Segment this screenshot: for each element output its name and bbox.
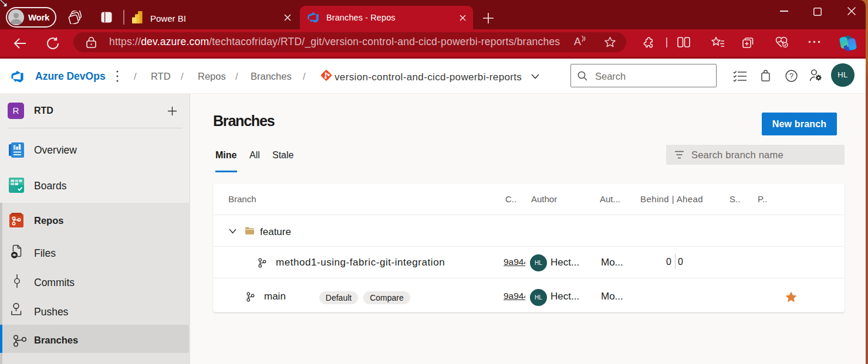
svg-text:?: ? bbox=[789, 72, 793, 80]
